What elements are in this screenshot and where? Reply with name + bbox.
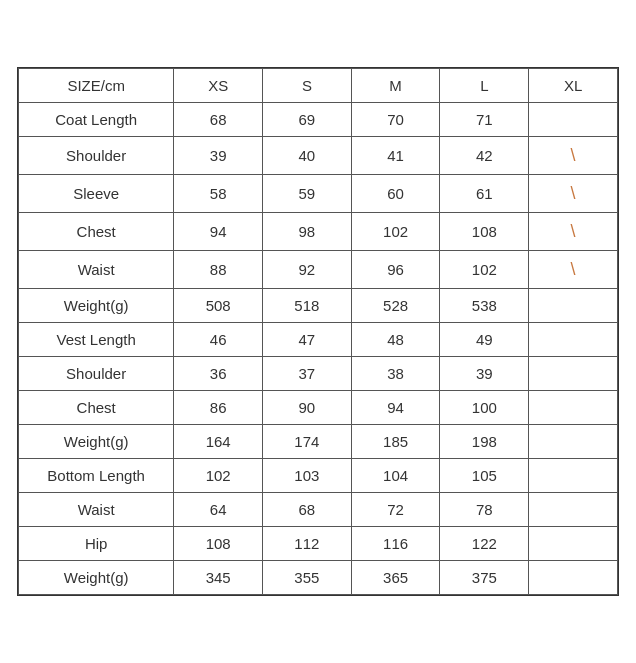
row-cell — [529, 357, 618, 391]
row-cell — [529, 323, 618, 357]
row-cell: 64 — [174, 493, 263, 527]
row-cell — [529, 459, 618, 493]
table-row: Waist889296102\ — [19, 251, 618, 289]
row-label: Hip — [19, 527, 174, 561]
row-cell: 100 — [440, 391, 529, 425]
table-row: Shoulder36373839 — [19, 357, 618, 391]
row-cell: 174 — [263, 425, 352, 459]
row-cell: 116 — [351, 527, 440, 561]
table-row: Coat Length68697071 — [19, 103, 618, 137]
row-cell: 69 — [263, 103, 352, 137]
row-cell: 49 — [440, 323, 529, 357]
row-cell: 88 — [174, 251, 263, 289]
row-cell: 38 — [351, 357, 440, 391]
row-cell: 94 — [174, 213, 263, 251]
row-cell: 518 — [263, 289, 352, 323]
row-cell — [529, 527, 618, 561]
row-cell: 122 — [440, 527, 529, 561]
row-cell: 164 — [174, 425, 263, 459]
row-cell: 103 — [263, 459, 352, 493]
row-cell: 68 — [263, 493, 352, 527]
row-cell: 98 — [263, 213, 352, 251]
row-cell: 36 — [174, 357, 263, 391]
header-xs: XS — [174, 69, 263, 103]
row-label: Waist — [19, 493, 174, 527]
row-cell: 59 — [263, 175, 352, 213]
row-cell: 86 — [174, 391, 263, 425]
header-xl: XL — [529, 69, 618, 103]
row-cell: 108 — [440, 213, 529, 251]
row-cell: 365 — [351, 561, 440, 595]
row-cell — [529, 425, 618, 459]
row-label: Waist — [19, 251, 174, 289]
row-cell: 58 — [174, 175, 263, 213]
row-label: Vest Length — [19, 323, 174, 357]
row-cell: 96 — [351, 251, 440, 289]
table-row: Weight(g)508518528538 — [19, 289, 618, 323]
row-label: Chest — [19, 391, 174, 425]
row-cell: 102 — [440, 251, 529, 289]
row-cell: \ — [529, 251, 618, 289]
header-l: L — [440, 69, 529, 103]
row-cell: 375 — [440, 561, 529, 595]
table-header-row: SIZE/cm XS S M L XL — [19, 69, 618, 103]
row-cell — [529, 289, 618, 323]
row-cell — [529, 391, 618, 425]
row-cell: 46 — [174, 323, 263, 357]
row-cell: 71 — [440, 103, 529, 137]
row-cell: 355 — [263, 561, 352, 595]
row-cell: \ — [529, 137, 618, 175]
row-cell: 345 — [174, 561, 263, 595]
row-cell: 185 — [351, 425, 440, 459]
row-cell: 198 — [440, 425, 529, 459]
header-size: SIZE/cm — [19, 69, 174, 103]
row-cell: 72 — [351, 493, 440, 527]
table-row: Waist64687278 — [19, 493, 618, 527]
row-cell: 47 — [263, 323, 352, 357]
row-label: Sleeve — [19, 175, 174, 213]
row-label: Bottom Length — [19, 459, 174, 493]
row-cell: 60 — [351, 175, 440, 213]
row-cell — [529, 493, 618, 527]
row-cell: 104 — [351, 459, 440, 493]
row-label: Chest — [19, 213, 174, 251]
row-cell: 528 — [351, 289, 440, 323]
row-cell: 40 — [263, 137, 352, 175]
table-row: Hip108112116122 — [19, 527, 618, 561]
size-chart-table: SIZE/cm XS S M L XL Coat Length68697071S… — [18, 68, 618, 595]
row-cell: 70 — [351, 103, 440, 137]
table-body: Coat Length68697071Shoulder39404142\Slee… — [19, 103, 618, 595]
row-label: Weight(g) — [19, 289, 174, 323]
row-label: Shoulder — [19, 357, 174, 391]
header-s: S — [263, 69, 352, 103]
row-cell: 108 — [174, 527, 263, 561]
row-cell: 102 — [351, 213, 440, 251]
row-cell — [529, 103, 618, 137]
row-cell: 39 — [174, 137, 263, 175]
row-cell: 39 — [440, 357, 529, 391]
table-row: Bottom Length102103104105 — [19, 459, 618, 493]
table-row: Weight(g)164174185198 — [19, 425, 618, 459]
row-cell: 68 — [174, 103, 263, 137]
row-cell: 78 — [440, 493, 529, 527]
table-row: Chest9498102108\ — [19, 213, 618, 251]
row-cell: 42 — [440, 137, 529, 175]
row-cell: 102 — [174, 459, 263, 493]
header-m: M — [351, 69, 440, 103]
row-cell — [529, 561, 618, 595]
row-cell: 92 — [263, 251, 352, 289]
table-row: Weight(g)345355365375 — [19, 561, 618, 595]
row-cell: 48 — [351, 323, 440, 357]
table-row: Sleeve58596061\ — [19, 175, 618, 213]
row-cell: 508 — [174, 289, 263, 323]
row-label: Weight(g) — [19, 425, 174, 459]
table-row: Vest Length46474849 — [19, 323, 618, 357]
row-cell: \ — [529, 175, 618, 213]
row-cell: 105 — [440, 459, 529, 493]
table-row: Shoulder39404142\ — [19, 137, 618, 175]
table-row: Chest869094100 — [19, 391, 618, 425]
row-cell: 37 — [263, 357, 352, 391]
row-label: Shoulder — [19, 137, 174, 175]
size-chart-container: SIZE/cm XS S M L XL Coat Length68697071S… — [17, 67, 619, 596]
row-label: Weight(g) — [19, 561, 174, 595]
